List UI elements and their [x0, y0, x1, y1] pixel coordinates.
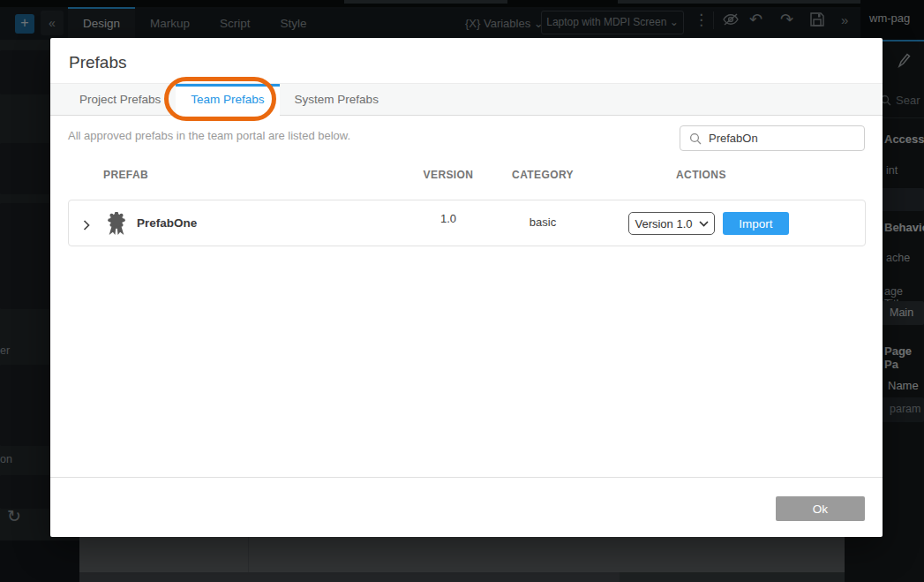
- dialog-description: All approved prefabs in the team portal …: [68, 129, 350, 142]
- tab-system-prefabs[interactable]: System Prefabs: [280, 84, 394, 116]
- search-icon: [689, 132, 702, 145]
- tab-project-prefabs[interactable]: Project Prefabs: [64, 84, 176, 116]
- footer-divider: [50, 477, 883, 478]
- chevron-down-icon: [699, 221, 709, 227]
- prefab-category: basic: [493, 215, 592, 229]
- prefab-search-input[interactable]: [709, 127, 859, 149]
- dialog-title: Prefabs: [69, 53, 126, 72]
- version-select-value: Version 1.0: [635, 217, 692, 231]
- version-select[interactable]: Version 1.0: [628, 212, 715, 235]
- prefab-tabs: Project Prefabs Team Prefabs System Pref…: [50, 83, 883, 116]
- prefab-search-box: [680, 125, 865, 151]
- prefab-table-header: PREFAB VERSION CATEGORY ACTIONS: [68, 169, 866, 186]
- prefab-table-row: PrefabOne 1.0 basic Version 1.0 Import: [68, 200, 866, 246]
- app-window: + « Design Markup Script Style {X} Varia…: [0, 0, 924, 582]
- tab-team-prefabs[interactable]: Team Prefabs: [176, 84, 279, 116]
- column-prefab: PREFAB: [103, 169, 148, 181]
- prefab-ribbon-icon: [106, 212, 127, 239]
- ok-button[interactable]: Ok: [776, 496, 865, 521]
- expand-chevron-icon[interactable]: [83, 218, 90, 234]
- column-actions: ACTIONS: [676, 169, 726, 181]
- prefab-name: PrefabOne: [137, 216, 197, 230]
- import-button[interactable]: Import: [723, 212, 789, 235]
- column-category: CATEGORY: [493, 169, 592, 181]
- column-version: VERSION: [404, 169, 492, 181]
- prefabs-dialog: Prefabs Project Prefabs Team Prefabs Sys…: [50, 38, 883, 537]
- prefab-version: 1.0: [404, 212, 492, 225]
